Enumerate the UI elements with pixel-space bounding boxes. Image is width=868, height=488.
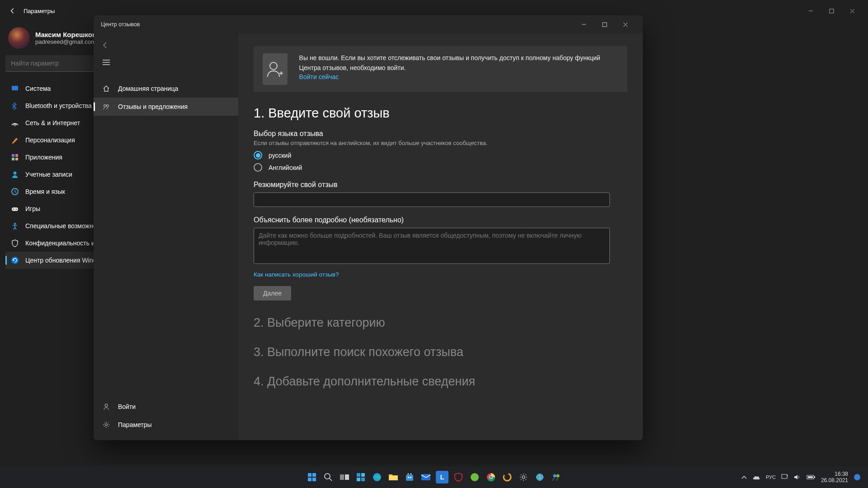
app-globe-icon[interactable] — [533, 471, 546, 483]
svg-rect-7 — [15, 158, 18, 160]
settings-tb-icon[interactable] — [517, 471, 530, 483]
clock-date: 26.08.2021 — [821, 477, 848, 483]
detail-label: Объяснить более подробно (необязательно) — [254, 216, 627, 224]
tray-volume-icon[interactable] — [794, 474, 801, 480]
svg-point-8 — [14, 172, 17, 175]
svg-rect-57 — [782, 474, 787, 479]
start-button[interactable] — [306, 471, 318, 483]
detail-textarea[interactable] — [254, 228, 610, 264]
step3-title: 3. Выполните поиск похожего отзыва — [254, 345, 627, 359]
svg-point-13 — [16, 209, 17, 210]
widgets-icon[interactable] — [354, 471, 367, 483]
games-icon — [11, 205, 19, 213]
svg-point-51 — [504, 474, 511, 481]
taskview-icon[interactable] — [338, 471, 351, 483]
settings-title: Параметры — [24, 8, 55, 14]
chrome-icon[interactable] — [485, 471, 497, 483]
svg-rect-1 — [830, 9, 834, 13]
back-button[interactable] — [5, 4, 20, 18]
time-icon — [11, 188, 19, 196]
svg-point-14 — [14, 223, 16, 225]
tray-language[interactable]: РУС — [766, 474, 776, 480]
fh-nav-settings[interactable]: Параметры — [94, 416, 238, 434]
tray-onedrive-icon[interactable] — [752, 474, 760, 480]
svg-rect-38 — [357, 478, 360, 481]
radio-label: Английский — [269, 164, 302, 171]
maximize-button[interactable] — [821, 4, 842, 18]
summary-input[interactable] — [254, 192, 610, 207]
system-icon — [11, 84, 19, 93]
svg-rect-35 — [345, 474, 349, 480]
radio-icon — [254, 163, 262, 172]
mcafee-icon[interactable] — [452, 471, 465, 483]
feedback-icon — [103, 103, 111, 110]
svg-rect-41 — [389, 476, 398, 480]
svg-rect-30 — [308, 478, 311, 481]
explorer-icon[interactable] — [387, 471, 400, 483]
radio-english[interactable]: Английский — [254, 163, 627, 172]
feedback-hub-tb-icon[interactable] — [550, 471, 562, 483]
close-button[interactable] — [842, 4, 863, 18]
home-icon — [103, 85, 111, 92]
update-icon — [11, 256, 19, 264]
sidebar-item-label: Система — [25, 85, 51, 92]
app-orange-icon[interactable] — [501, 471, 514, 483]
svg-rect-28 — [308, 473, 311, 477]
minimize-button[interactable] — [800, 4, 821, 18]
svg-rect-31 — [312, 478, 316, 481]
edge-icon[interactable] — [371, 471, 383, 483]
sidebar-item-label: Игры — [25, 205, 40, 212]
fh-nav-home[interactable]: Домашняя страница — [94, 80, 238, 98]
avatar — [8, 27, 30, 49]
svg-point-25 — [270, 62, 277, 70]
svg-rect-11 — [12, 207, 18, 211]
fh-maximize-button[interactable] — [594, 17, 615, 32]
person-icon — [103, 403, 111, 410]
svg-point-21 — [104, 105, 106, 107]
svg-point-56 — [557, 474, 560, 478]
svg-rect-44 — [410, 477, 411, 478]
store-icon[interactable] — [403, 471, 416, 483]
svg-rect-37 — [361, 473, 365, 477]
signin-link[interactable]: Войти сейчас — [299, 73, 339, 80]
radio-russian[interactable]: русский — [254, 151, 627, 160]
svg-point-10 — [12, 188, 18, 195]
tray-notification-icon[interactable] — [854, 474, 861, 481]
svg-point-3 — [14, 125, 15, 126]
fh-close-button[interactable] — [615, 17, 636, 32]
svg-point-50 — [490, 476, 492, 479]
fh-minimize-button[interactable] — [573, 17, 594, 32]
svg-rect-62 — [808, 476, 813, 478]
tray-chevron-icon[interactable] — [741, 475, 747, 479]
app-icon-l[interactable]: L — [436, 471, 448, 483]
search-icon[interactable] — [322, 471, 335, 483]
step4-title: 4. Добавьте дополнительные сведения — [254, 375, 627, 389]
step2-title: 2. Выберите категорию — [254, 316, 627, 330]
net-icon — [11, 119, 19, 127]
app-green-icon[interactable] — [468, 471, 481, 483]
lang-label: Выбор языка отзыва — [254, 130, 627, 138]
priv-icon — [11, 239, 19, 247]
svg-rect-6 — [12, 158, 14, 160]
tray-battery-icon[interactable] — [807, 474, 816, 480]
tray-network-icon[interactable] — [781, 474, 788, 480]
help-link[interactable]: Как написать хороший отзыв? — [254, 271, 339, 278]
summary-label: Резюмируйте свой отзыв — [254, 181, 627, 189]
radio-icon — [254, 151, 262, 160]
next-button[interactable]: Далее — [254, 286, 291, 300]
svg-rect-42 — [406, 475, 413, 481]
svg-rect-4 — [12, 154, 14, 157]
user-add-icon — [263, 53, 288, 85]
mail-icon[interactable] — [420, 471, 432, 483]
fh-back-button[interactable] — [94, 37, 238, 53]
fh-title: Центр отзывов — [101, 21, 140, 28]
clock[interactable]: 16:38 26.08.2021 — [821, 471, 848, 484]
svg-rect-2 — [12, 86, 18, 90]
svg-point-55 — [553, 474, 557, 478]
fh-nav-feedback[interactable]: Отзывы и предложения — [94, 98, 238, 116]
hamburger-button[interactable] — [94, 53, 238, 71]
svg-point-32 — [325, 474, 330, 479]
clock-time: 16:38 — [821, 471, 848, 477]
banner-text: Вы не вошли. Если вы хотите отслеживать … — [299, 53, 618, 73]
fh-nav-signin[interactable]: Войти — [94, 398, 238, 416]
